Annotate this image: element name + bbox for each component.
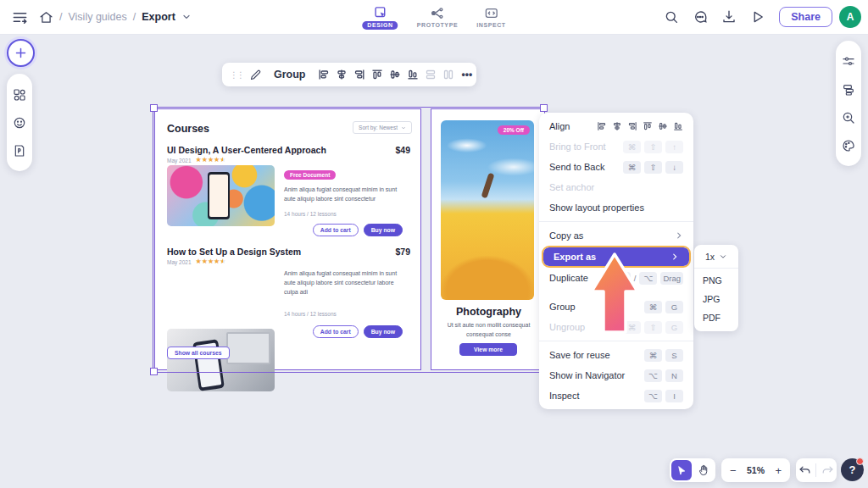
undo-icon[interactable] xyxy=(798,464,811,477)
inspect-icon xyxy=(484,6,498,20)
menu-item-show-layout-properties[interactable]: Show layout properties xyxy=(539,197,693,218)
design-icon xyxy=(373,5,387,19)
settings-sliders-icon[interactable] xyxy=(842,55,855,69)
export-option-pdf[interactable]: PDF xyxy=(694,308,738,327)
chevron-down-icon[interactable] xyxy=(181,12,192,22)
edit-button[interactable] xyxy=(249,69,262,81)
align-left-button[interactable] xyxy=(318,69,330,80)
course-info: Free Document Anim aliqua fugiat consequ… xyxy=(284,165,403,236)
tab-inspect[interactable]: INSPECT xyxy=(476,6,506,28)
view-more-button[interactable]: View more xyxy=(459,343,517,356)
align-center-h-icon[interactable] xyxy=(612,121,622,131)
menu-item-copy-as[interactable]: Copy as xyxy=(539,225,693,246)
add-to-cart-button[interactable]: Add to cart xyxy=(313,325,359,338)
menu-item-bring-to-front: Bring to Front ⌘⇧↑ xyxy=(539,136,693,157)
history-controls xyxy=(796,458,837,482)
help-button[interactable]: ? xyxy=(841,458,864,481)
avatar[interactable]: A xyxy=(839,6,861,28)
tab-prototype[interactable]: PROTOTYPE xyxy=(417,6,458,28)
home-icon[interactable] xyxy=(39,10,53,25)
palette-icon[interactable] xyxy=(842,139,855,152)
align-right-icon[interactable] xyxy=(627,121,637,131)
menu-item-save-for-reuse[interactable]: Save for reuse ⌘S xyxy=(539,345,693,365)
distribute-rows-button[interactable] xyxy=(425,69,437,80)
photography-frame[interactable]: 20% Off Photography Ut sit aute non moll… xyxy=(431,108,545,370)
present-button[interactable] xyxy=(747,6,769,28)
align-center-h-icon xyxy=(336,69,348,80)
layers-icon[interactable] xyxy=(842,83,855,97)
breadcrumb-root[interactable]: Visily guides xyxy=(68,11,126,23)
export-scale-value: 1x xyxy=(705,252,715,262)
align-top-button[interactable] xyxy=(371,69,383,80)
menu-item-show-in-navigator[interactable]: Show in Navigator ⌥N xyxy=(539,365,693,385)
export-option-jpg[interactable]: JPG xyxy=(694,290,738,308)
menu-item-inspect[interactable]: Inspect ⌥I xyxy=(539,385,693,406)
buy-now-button[interactable]: Buy now xyxy=(364,224,403,236)
align-bottom-button[interactable] xyxy=(407,69,419,80)
zoom-in-button[interactable]: + xyxy=(775,464,782,477)
export-submenu: 1x PNG JPG PDF xyxy=(694,245,738,331)
export-scale-dropdown[interactable]: 1x xyxy=(694,245,738,269)
course-rating-row: May 2021 ★★★★★★★★★★ xyxy=(167,258,225,265)
menu-item-send-to-back[interactable]: Send to Back ⌘⇧↓ xyxy=(539,157,693,177)
align-right-button[interactable] xyxy=(353,69,365,80)
chevron-right-icon xyxy=(670,252,679,261)
play-icon xyxy=(750,9,765,25)
course-image xyxy=(167,165,275,226)
shapes-icon[interactable] xyxy=(13,88,26,102)
photo-description: Ut sit aute non mollit consequat consequ… xyxy=(443,321,534,340)
download-icon xyxy=(721,9,737,25)
show-all-courses-button[interactable]: Show all courses xyxy=(167,347,230,359)
app-window: / Visily guides / Export DESIGN PROTOTYP… xyxy=(0,0,868,488)
tab-prototype-label: PROTOTYPE xyxy=(417,22,458,28)
align-center-h-button[interactable] xyxy=(336,69,348,80)
floating-toolbar: ⋮⋮ Group ••• xyxy=(222,63,476,86)
distribute-columns-button[interactable] xyxy=(442,69,454,80)
menu-item-align: Align xyxy=(539,116,693,136)
buy-now-button[interactable]: Buy now xyxy=(364,325,403,338)
course-meta: 14 hours / 12 lessons xyxy=(284,211,403,217)
hand-icon xyxy=(698,464,709,476)
sort-dropdown[interactable]: Sort by: Newest xyxy=(353,121,412,134)
group-button[interactable]: Group xyxy=(274,69,306,80)
chevron-down-icon xyxy=(719,252,727,261)
plus-icon xyxy=(14,47,27,59)
redo-icon[interactable] xyxy=(821,464,834,477)
pencil-icon xyxy=(249,69,262,81)
left-toolbar xyxy=(7,74,32,171)
ai-magic-icon[interactable] xyxy=(842,111,855,125)
tab-design[interactable]: DESIGN xyxy=(362,5,398,30)
right-toolbar xyxy=(836,41,861,166)
pointer-arrow xyxy=(585,251,644,336)
breadcrumb-current[interactable]: Export xyxy=(142,11,175,23)
align-top-icon[interactable] xyxy=(643,121,653,131)
divider xyxy=(539,221,693,222)
align-bottom-icon xyxy=(407,69,419,80)
tab-design-label: DESIGN xyxy=(362,21,398,30)
main-menu-button[interactable] xyxy=(8,6,31,28)
hand-tool-button[interactable] xyxy=(693,460,714,480)
align-bottom-icon[interactable] xyxy=(673,121,683,131)
course-badge: Free Document xyxy=(284,170,336,180)
drag-handle-icon[interactable]: ⋮⋮ xyxy=(230,70,243,80)
align-middle-v-button[interactable] xyxy=(389,69,401,80)
align-middle-v-icon[interactable] xyxy=(658,121,668,131)
zoom-level[interactable]: 51% xyxy=(747,465,765,475)
share-button[interactable]: Share xyxy=(779,7,832,27)
notes-icon[interactable] xyxy=(13,144,26,158)
add-element-button[interactable] xyxy=(7,39,35,67)
course-description: Anim aliqua fugiat consequat minim in su… xyxy=(284,186,403,204)
comments-button[interactable] xyxy=(689,6,711,28)
divider xyxy=(815,463,816,477)
chevron-down-icon xyxy=(401,125,406,130)
add-to-cart-button[interactable]: Add to cart xyxy=(313,224,359,236)
more-options-button[interactable]: ••• xyxy=(462,69,473,80)
stickers-icon[interactable] xyxy=(13,116,26,130)
select-tool-button[interactable] xyxy=(671,460,692,480)
courses-frame[interactable]: Courses Sort by: Newest UI Design, A Use… xyxy=(154,108,421,370)
download-button[interactable] xyxy=(718,6,740,28)
align-left-icon[interactable] xyxy=(597,121,607,131)
export-option-png[interactable]: PNG xyxy=(694,271,738,290)
search-button[interactable] xyxy=(660,6,682,28)
zoom-out-button[interactable]: − xyxy=(730,464,737,477)
